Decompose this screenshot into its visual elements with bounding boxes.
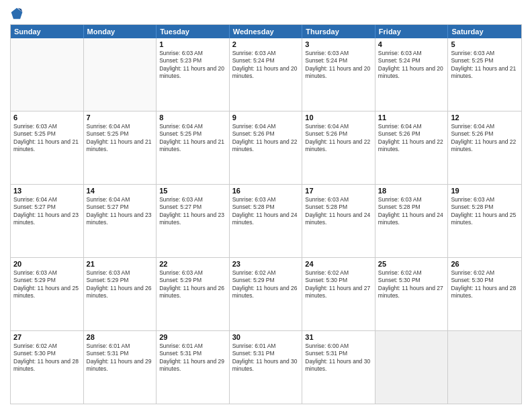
logo-icon	[10, 7, 24, 20]
day-info: Sunrise: 6:03 AM Sunset: 5:24 PM Dayligh…	[378, 50, 445, 81]
day-headers: SundayMondayTuesdayWednesdayThursdayFrid…	[11, 25, 521, 38]
day-cell: 17Sunrise: 6:03 AM Sunset: 5:28 PM Dayli…	[302, 185, 375, 257]
day-cell: 30Sunrise: 6:01 AM Sunset: 5:31 PM Dayli…	[230, 331, 303, 404]
day-cell: 8Sunrise: 6:04 AM Sunset: 5:25 PM Daylig…	[157, 111, 230, 184]
day-cell: 15Sunrise: 6:03 AM Sunset: 5:27 PM Dayli…	[157, 185, 230, 257]
day-cell: 6Sunrise: 6:03 AM Sunset: 5:25 PM Daylig…	[11, 111, 84, 184]
day-cell: 25Sunrise: 6:02 AM Sunset: 5:30 PM Dayli…	[375, 258, 449, 330]
day-cell: 24Sunrise: 6:02 AM Sunset: 5:30 PM Dayli…	[302, 258, 375, 330]
day-info: Sunrise: 6:04 AM Sunset: 5:25 PM Dayligh…	[159, 123, 226, 154]
day-number: 3	[305, 40, 372, 48]
day-number: 25	[378, 260, 445, 268]
day-info: Sunrise: 6:02 AM Sunset: 5:30 PM Dayligh…	[13, 342, 81, 373]
week-row-5: 27Sunrise: 6:02 AM Sunset: 5:30 PM Dayli…	[11, 330, 521, 404]
day-info: Sunrise: 6:03 AM Sunset: 5:25 PM Dayligh…	[13, 123, 81, 154]
day-cell	[375, 331, 449, 404]
day-number: 9	[232, 113, 300, 122]
day-cell: 10Sunrise: 6:04 AM Sunset: 5:26 PM Dayli…	[302, 111, 375, 184]
day-cell: 21Sunrise: 6:03 AM Sunset: 5:29 PM Dayli…	[84, 258, 157, 330]
day-cell: 20Sunrise: 6:03 AM Sunset: 5:29 PM Dayli…	[11, 258, 84, 330]
day-number: 20	[13, 260, 81, 268]
day-info: Sunrise: 6:04 AM Sunset: 5:26 PM Dayligh…	[232, 123, 300, 154]
day-number: 19	[451, 187, 519, 195]
day-number: 28	[87, 333, 154, 341]
day-number: 17	[305, 187, 372, 195]
day-info: Sunrise: 6:03 AM Sunset: 5:27 PM Dayligh…	[159, 196, 226, 227]
day-info: Sunrise: 6:04 AM Sunset: 5:27 PM Dayligh…	[13, 196, 81, 227]
day-header-friday: Friday	[375, 25, 449, 38]
day-info: Sunrise: 6:04 AM Sunset: 5:26 PM Dayligh…	[305, 123, 372, 154]
day-number: 11	[378, 113, 445, 122]
day-number: 18	[378, 187, 445, 195]
day-number: 8	[159, 113, 226, 122]
day-info: Sunrise: 6:02 AM Sunset: 5:30 PM Dayligh…	[451, 269, 519, 300]
day-info: Sunrise: 6:01 AM Sunset: 5:31 PM Dayligh…	[232, 342, 300, 373]
day-header-tuesday: Tuesday	[157, 25, 230, 38]
day-cell: 13Sunrise: 6:04 AM Sunset: 5:27 PM Dayli…	[11, 185, 84, 257]
day-cell: 23Sunrise: 6:02 AM Sunset: 5:29 PM Dayli…	[230, 258, 303, 330]
day-header-thursday: Thursday	[302, 25, 375, 38]
day-cell: 1Sunrise: 6:03 AM Sunset: 5:23 PM Daylig…	[157, 38, 230, 111]
day-number: 4	[378, 40, 445, 48]
week-row-1: 1Sunrise: 6:03 AM Sunset: 5:23 PM Daylig…	[11, 38, 521, 111]
day-info: Sunrise: 6:00 AM Sunset: 5:31 PM Dayligh…	[305, 342, 372, 373]
day-info: Sunrise: 6:03 AM Sunset: 5:28 PM Dayligh…	[232, 196, 300, 227]
day-cell: 18Sunrise: 6:03 AM Sunset: 5:28 PM Dayli…	[375, 185, 449, 257]
day-info: Sunrise: 6:03 AM Sunset: 5:25 PM Dayligh…	[451, 50, 519, 81]
day-number: 26	[451, 260, 519, 268]
day-info: Sunrise: 6:03 AM Sunset: 5:24 PM Dayligh…	[305, 50, 372, 81]
day-cell: 5Sunrise: 6:03 AM Sunset: 5:25 PM Daylig…	[448, 38, 521, 111]
day-number: 24	[305, 260, 372, 268]
day-cell	[11, 38, 84, 111]
day-info: Sunrise: 6:03 AM Sunset: 5:24 PM Dayligh…	[232, 50, 300, 81]
day-number: 30	[232, 333, 300, 341]
day-cell: 9Sunrise: 6:04 AM Sunset: 5:26 PM Daylig…	[230, 111, 303, 184]
day-header-sunday: Sunday	[11, 25, 84, 38]
day-number: 22	[159, 260, 226, 268]
day-number: 7	[87, 113, 154, 122]
day-number: 1	[159, 40, 226, 48]
day-info: Sunrise: 6:04 AM Sunset: 5:27 PM Dayligh…	[87, 196, 154, 227]
page: SundayMondayTuesdayWednesdayThursdayFrid…	[0, 0, 532, 411]
header	[10, 7, 522, 20]
day-info: Sunrise: 6:02 AM Sunset: 5:30 PM Dayligh…	[305, 269, 372, 300]
day-info: Sunrise: 6:04 AM Sunset: 5:26 PM Dayligh…	[378, 123, 445, 154]
day-info: Sunrise: 6:03 AM Sunset: 5:23 PM Dayligh…	[159, 50, 226, 81]
day-cell: 14Sunrise: 6:04 AM Sunset: 5:27 PM Dayli…	[84, 185, 157, 257]
day-cell: 27Sunrise: 6:02 AM Sunset: 5:30 PM Dayli…	[11, 331, 84, 404]
day-number: 6	[13, 113, 81, 122]
day-info: Sunrise: 6:03 AM Sunset: 5:28 PM Dayligh…	[305, 196, 372, 227]
day-number: 27	[13, 333, 81, 341]
day-number: 10	[305, 113, 372, 122]
day-info: Sunrise: 6:04 AM Sunset: 5:26 PM Dayligh…	[451, 123, 519, 154]
day-cell: 28Sunrise: 6:01 AM Sunset: 5:31 PM Dayli…	[84, 331, 157, 404]
day-number: 21	[87, 260, 154, 268]
day-cell: 11Sunrise: 6:04 AM Sunset: 5:26 PM Dayli…	[375, 111, 449, 184]
calendar: SundayMondayTuesdayWednesdayThursdayFrid…	[10, 24, 522, 404]
day-cell: 3Sunrise: 6:03 AM Sunset: 5:24 PM Daylig…	[302, 38, 375, 111]
week-row-2: 6Sunrise: 6:03 AM Sunset: 5:25 PM Daylig…	[11, 111, 521, 184]
day-number: 23	[232, 260, 300, 268]
day-info: Sunrise: 6:01 AM Sunset: 5:31 PM Dayligh…	[159, 342, 226, 373]
day-number: 29	[159, 333, 226, 341]
day-header-wednesday: Wednesday	[230, 25, 303, 38]
day-number: 2	[232, 40, 300, 48]
day-cell: 4Sunrise: 6:03 AM Sunset: 5:24 PM Daylig…	[375, 38, 449, 111]
day-cell: 19Sunrise: 6:03 AM Sunset: 5:28 PM Dayli…	[448, 185, 521, 257]
calendar-body: 1Sunrise: 6:03 AM Sunset: 5:23 PM Daylig…	[11, 38, 521, 404]
day-info: Sunrise: 6:03 AM Sunset: 5:29 PM Dayligh…	[13, 269, 81, 300]
day-cell: 29Sunrise: 6:01 AM Sunset: 5:31 PM Dayli…	[157, 331, 230, 404]
day-info: Sunrise: 6:02 AM Sunset: 5:30 PM Dayligh…	[378, 269, 445, 300]
day-number: 31	[305, 333, 372, 341]
day-number: 14	[87, 187, 154, 195]
day-number: 16	[232, 187, 300, 195]
day-cell: 12Sunrise: 6:04 AM Sunset: 5:26 PM Dayli…	[448, 111, 521, 184]
day-cell: 22Sunrise: 6:03 AM Sunset: 5:29 PM Dayli…	[157, 258, 230, 330]
day-info: Sunrise: 6:03 AM Sunset: 5:28 PM Dayligh…	[451, 196, 519, 227]
day-number: 15	[159, 187, 226, 195]
day-cell: 26Sunrise: 6:02 AM Sunset: 5:30 PM Dayli…	[448, 258, 521, 330]
day-cell: 16Sunrise: 6:03 AM Sunset: 5:28 PM Dayli…	[230, 185, 303, 257]
day-info: Sunrise: 6:03 AM Sunset: 5:29 PM Dayligh…	[159, 269, 226, 300]
day-number: 5	[451, 40, 519, 48]
day-cell: 31Sunrise: 6:00 AM Sunset: 5:31 PM Dayli…	[302, 331, 375, 404]
